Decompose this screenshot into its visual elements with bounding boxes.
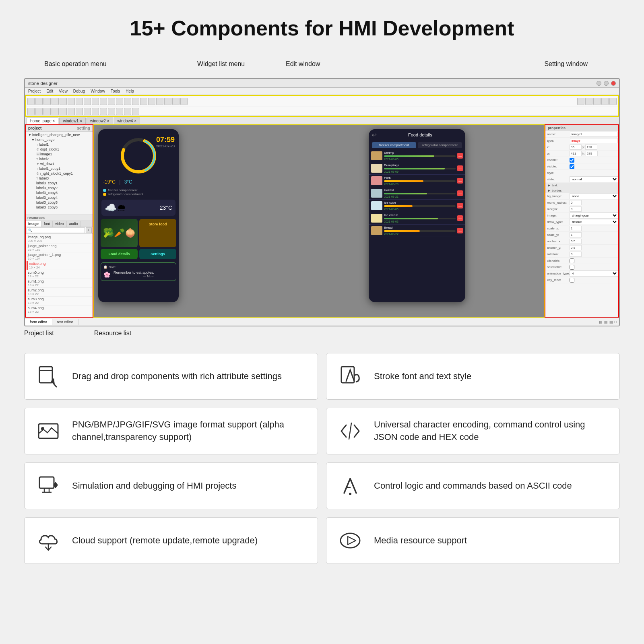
tb-btn[interactable] xyxy=(60,98,67,105)
tree-item[interactable]: 🖼 image1 xyxy=(27,152,92,157)
tab-window4[interactable]: window4 × xyxy=(114,118,140,124)
tb2-btn[interactable] xyxy=(43,108,51,115)
prop-x-input[interactable] xyxy=(570,144,582,150)
del-btn-hairtail[interactable]: — xyxy=(457,190,463,196)
tb-btn[interactable] xyxy=(156,98,163,105)
tb-btn-right[interactable] xyxy=(593,98,601,105)
res-item[interactable]: image_bg.png 300 × 200 xyxy=(27,235,92,244)
prop-rotation-input[interactable] xyxy=(570,252,582,257)
bottom-tab-text[interactable]: text editor xyxy=(52,319,78,325)
tb2-btn[interactable] xyxy=(68,108,75,115)
res-item[interactable]: juage_pointer.png 33 × 153 xyxy=(27,244,92,252)
res-item[interactable]: sum1.png 18 × 22 xyxy=(27,279,92,288)
tb-btn[interactable] xyxy=(84,98,91,105)
setting-btn[interactable]: setting xyxy=(77,126,90,130)
tb-btn-right[interactable] xyxy=(577,98,584,105)
tb-btn[interactable] xyxy=(76,98,83,105)
tb2-btn[interactable] xyxy=(92,108,99,115)
minimize-btn[interactable] xyxy=(597,81,601,86)
menu-project[interactable]: Project xyxy=(28,89,41,93)
tree-item[interactable]: ⏱ digit_clock1 xyxy=(27,147,92,152)
tb-btn[interactable] xyxy=(132,98,139,105)
menu-debug[interactable]: Debug xyxy=(73,89,85,93)
tb-btn-right[interactable] xyxy=(609,98,617,105)
prop-w-input[interactable] xyxy=(570,151,582,156)
tree-item[interactable]: label3_copy6 xyxy=(27,205,92,210)
prop-scalex-input[interactable] xyxy=(570,226,582,231)
tb2-btn[interactable] xyxy=(35,108,43,115)
tab-window1[interactable]: window1 × xyxy=(59,118,86,124)
res-item[interactable]: sum4.png 18 × 22 xyxy=(27,305,92,314)
tb-btn[interactable] xyxy=(43,98,51,105)
tb-btn[interactable] xyxy=(124,98,131,105)
tb-btn[interactable] xyxy=(35,98,43,105)
tree-item[interactable]: label3_copy4 xyxy=(27,195,92,200)
prop-bgimage-select[interactable]: none xyxy=(570,193,618,199)
tree-item[interactable]: label3_copy5 xyxy=(27,200,92,205)
del-btn-bread[interactable]: — xyxy=(457,228,463,233)
menu-view[interactable]: View xyxy=(59,89,68,93)
prop-image-select[interactable]: chargingcar xyxy=(570,213,618,219)
tree-item[interactable]: ▼ intelligent_charging_pile_new xyxy=(27,132,92,137)
tree-item[interactable]: ⏱ i_ight_clock1_copy1 xyxy=(27,171,92,176)
prop-name-input[interactable] xyxy=(570,132,618,137)
prop-selectable-check[interactable] xyxy=(570,265,574,270)
prop-radius-input[interactable] xyxy=(570,200,582,205)
res-tab-image[interactable]: image xyxy=(26,221,41,227)
res-tab-audio[interactable]: audio xyxy=(67,221,81,227)
tree-item[interactable]: ▼ wi_dow1 xyxy=(27,161,92,166)
tree-item[interactable]: label3_copy1 xyxy=(27,181,92,186)
bottom-tab-form[interactable]: form editor xyxy=(25,319,52,325)
tb2-btn[interactable] xyxy=(84,108,91,115)
hmi-back-icon[interactable]: ↩ xyxy=(372,132,377,138)
prop-clickable-check[interactable] xyxy=(570,258,574,263)
tab-home[interactable]: home_page × xyxy=(27,118,58,124)
close-btn[interactable] xyxy=(611,81,616,86)
btn-store-food[interactable]: Store food xyxy=(139,219,176,247)
prop-enable-check[interactable] xyxy=(570,158,574,163)
tree-item[interactable]: T label3 xyxy=(27,176,92,181)
res-item[interactable]: juage_pointer_1.png 10 × 154 xyxy=(27,252,92,261)
res-item[interactable]: sum2.png 18 × 22 xyxy=(27,288,92,297)
prop-keytone-check[interactable] xyxy=(570,278,574,283)
tb-btn[interactable] xyxy=(108,98,115,105)
prop-anchory-input[interactable] xyxy=(570,245,582,250)
tb2-btn[interactable] xyxy=(60,108,67,115)
res-search-input[interactable] xyxy=(27,227,85,233)
tb-btn[interactable] xyxy=(68,98,75,105)
tb2-btn[interactable] xyxy=(124,108,131,115)
tb2-btn[interactable] xyxy=(76,108,83,115)
prop-drawtype-select[interactable]: default xyxy=(570,219,618,225)
menu-help[interactable]: Help xyxy=(126,89,134,93)
tb-btn[interactable] xyxy=(27,98,35,105)
tb-btn[interactable] xyxy=(100,98,107,105)
res-item[interactable]: sum3.png 18 × 22 xyxy=(27,297,92,305)
tb-btn-right[interactable] xyxy=(601,98,609,105)
del-btn-icecream[interactable]: — xyxy=(457,215,463,221)
maximize-btn[interactable] xyxy=(604,81,609,86)
prop-margin-input[interactable] xyxy=(570,206,582,212)
tb-btn[interactable] xyxy=(92,98,99,105)
btn-food-details[interactable]: Food details xyxy=(101,249,138,259)
res-tab-font[interactable]: font xyxy=(41,221,53,227)
tb2-btn[interactable] xyxy=(52,108,59,115)
tb2-btn[interactable] xyxy=(100,108,107,115)
prop-h-input[interactable] xyxy=(586,151,598,156)
tree-item[interactable]: label3_copy2 xyxy=(27,186,92,190)
tb2-btn[interactable] xyxy=(116,108,123,115)
tb-btn-right[interactable] xyxy=(585,98,592,105)
del-btn-shrimp[interactable]: — xyxy=(457,153,463,159)
res-item[interactable]: notice.png 16 × 24 xyxy=(27,261,92,270)
hmi-tab-freezer[interactable]: freezer compartment xyxy=(372,142,416,148)
res-item[interactable]: sum0.png 18 × 22 xyxy=(27,270,92,279)
tb-btn[interactable] xyxy=(180,98,188,105)
res-tab-video[interactable]: video xyxy=(53,221,67,227)
menu-window[interactable]: Window xyxy=(91,89,105,93)
prop-scaley-input[interactable] xyxy=(570,232,582,237)
tree-item[interactable]: T label1_copy1 xyxy=(27,166,92,171)
tb2-btn[interactable] xyxy=(27,108,35,115)
btn-settings[interactable]: Settings xyxy=(139,249,176,259)
prop-y-input[interactable] xyxy=(585,144,597,150)
tree-item[interactable]: T label2 xyxy=(27,157,92,161)
menu-edit[interactable]: Edit xyxy=(46,89,53,93)
